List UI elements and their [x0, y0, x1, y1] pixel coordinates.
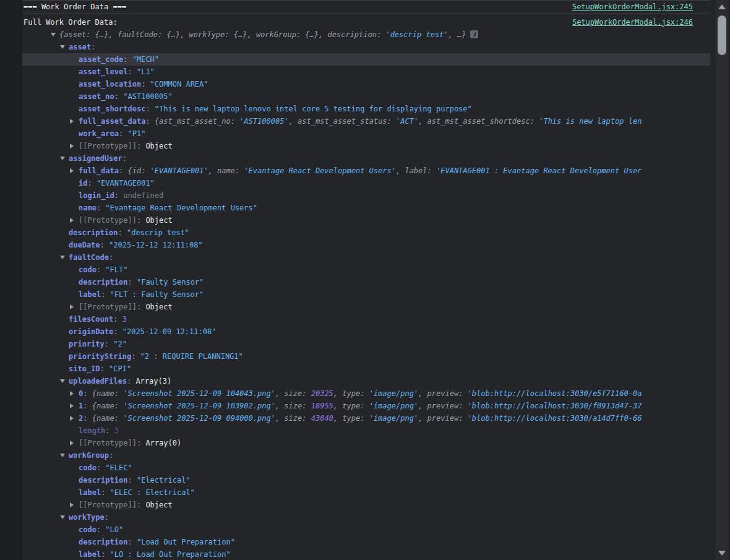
expander[interactable] [60, 449, 69, 462]
tree-row[interactable]: length: 3 [22, 424, 710, 437]
expander[interactable] [70, 115, 79, 127]
tree-row[interactable]: full_asset_data: {ast_mst_asset_no: 'AST… [22, 115, 710, 127]
tree-row[interactable]: description: "Load Out Preparation" [22, 536, 710, 548]
preview-string: 'EVANTAGE001' [150, 166, 208, 175]
tree-row[interactable]: asset_level: "L1" [22, 66, 710, 78]
expander[interactable] [60, 375, 69, 387]
source-link[interactable]: SetupWorkOrderModal.jsx:245 [572, 1, 693, 13]
tree-row[interactable]: originDate: "2025-12-09 12:11:08" [22, 325, 710, 338]
punctuation: : [127, 67, 136, 76]
expander[interactable] [70, 400, 79, 412]
tree-row[interactable]: priority: "2" [22, 338, 710, 350]
triangle-right-icon[interactable] [70, 502, 74, 507]
tree-row[interactable]: code: "ELEC" [22, 462, 710, 474]
expander[interactable] [70, 165, 79, 177]
info-icon[interactable]: i [470, 30, 478, 38]
tree-row[interactable]: {asset: {…}, faultCode: {…}, workType: {… [22, 28, 710, 41]
expander[interactable] [51, 28, 59, 41]
tree-row[interactable]: [[Prototype]]: Object [22, 140, 710, 152]
tree-row[interactable]: label: "ELEC : Electrical" [22, 486, 710, 499]
tree-row[interactable]: asset_code: "MECH" [22, 53, 710, 66]
triangle-right-icon[interactable] [70, 441, 74, 446]
tree-row[interactable]: 0: {name: 'Screenshot 2025-12-09 104043.… [22, 387, 710, 400]
expander[interactable] [60, 152, 69, 165]
triangle-right-icon[interactable] [70, 403, 74, 408]
tree-row[interactable]: description: "Faulty Sensor" [22, 276, 710, 288]
triangle-down-icon[interactable] [60, 379, 65, 383]
tree-row[interactable]: filesCount: 3 [22, 313, 710, 325]
tree-row[interactable]: label: "LO : Load Out Preparation" [22, 548, 710, 560]
source-link[interactable]: SetupWorkOrderModal.jsx:246 [572, 16, 693, 28]
scroll-up-icon[interactable] [718, 4, 726, 9]
expander[interactable] [60, 511, 69, 523]
triangle-right-icon[interactable] [70, 304, 74, 309]
triangle-down-icon[interactable] [60, 454, 65, 457]
tree-row[interactable]: [[Prototype]]: Object [22, 214, 710, 226]
tree-row[interactable]: asset_location: "COMMON AREA" [22, 78, 710, 90]
expander[interactable] [60, 251, 69, 264]
scrollbar[interactable] [710, 0, 730, 560]
object-value: Object [145, 142, 172, 150]
triangle-down-icon[interactable] [60, 157, 65, 160]
tree-row[interactable]: asset_shortdesc: "This is new laptop len… [22, 103, 710, 115]
tree-row[interactable]: uploadedFiles: Array(3) [22, 375, 710, 387]
triangle-right-icon[interactable] [70, 119, 74, 124]
tree-row[interactable]: full_data: {id: 'EVANTAGE001', name: 'Ev… [22, 165, 710, 177]
tree-row[interactable]: priorityString: "2 : REQUIRE PLANNING1" [22, 350, 710, 363]
console-entry[interactable]: Full Work Order Data: SetupWorkOrderModa… [22, 14, 710, 28]
tree-row[interactable]: site_ID: "CPI" [22, 363, 710, 375]
tree-row[interactable]: asset: [22, 41, 710, 53]
console-entry[interactable]: === Work Order Data === SetupWorkOrderMo… [22, 1, 710, 14]
tree-row[interactable]: login_id: undefined [22, 189, 710, 202]
scrollbar-track[interactable] [716, 0, 728, 560]
expander[interactable] [70, 437, 79, 449]
tree-row[interactable]: 1: {name: 'Screenshot 2025-12-09 103902.… [22, 400, 710, 412]
tree-row[interactable]: [[Prototype]]: Array(0) [22, 437, 710, 449]
punctuation: : [101, 290, 110, 299]
property-key: asset_location [79, 80, 141, 88]
expander[interactable] [70, 499, 79, 511]
punctuation: : [83, 414, 92, 423]
triangle-right-icon[interactable] [70, 416, 74, 421]
prototype-key: [[Prototype]] [79, 216, 137, 225]
object-preview: {name: [92, 414, 124, 423]
tree-row[interactable]: asset_no: "AST100005" [22, 90, 710, 103]
triangle-down-icon[interactable] [51, 33, 56, 37]
punctuation: : [119, 129, 127, 138]
tree-row[interactable]: label: "FLT : Faulty Sensor" [22, 288, 710, 301]
triangle-down-icon[interactable] [60, 45, 65, 49]
tree-row[interactable]: 2: {name: 'Screenshot 2025-12-09 094000.… [22, 412, 710, 424]
triangle-right-icon[interactable] [70, 144, 74, 149]
scroll-down-icon[interactable] [718, 551, 726, 556]
tree-row[interactable]: workType: [22, 511, 710, 523]
tree-row[interactable]: faultCode: [22, 251, 710, 264]
tree-row[interactable]: code: "FLT" [22, 264, 710, 276]
expander[interactable] [70, 214, 79, 226]
tree-row[interactable]: dueDate: "2025-12-12 12:11:08" [22, 239, 710, 251]
triangle-right-icon[interactable] [70, 218, 74, 223]
tree-row[interactable]: assignedUser: [22, 152, 710, 165]
expander[interactable] [70, 301, 79, 313]
triangle-down-icon[interactable] [60, 256, 65, 259]
triangle-right-icon[interactable] [70, 168, 74, 173]
tree-row[interactable]: code: "LO" [22, 523, 710, 536]
tree-row[interactable]: workGroup: [22, 449, 710, 462]
tree-row[interactable]: name: "Evantage React Development Users" [22, 202, 710, 214]
object-preview: , type: [333, 389, 369, 398]
tree-row[interactable]: work_area: "P1" [22, 127, 710, 140]
object-value: Object [145, 303, 172, 311]
tree-row[interactable]: id: "EVANTAGE001" [22, 177, 710, 189]
tree-row[interactable]: description: "descrip test" [22, 226, 710, 239]
property-key: asset_level [79, 67, 127, 76]
expander[interactable] [60, 41, 69, 53]
triangle-down-icon[interactable] [60, 515, 65, 519]
expander[interactable] [70, 387, 79, 400]
tree-row[interactable]: [[Prototype]]: Object [22, 301, 710, 313]
expander[interactable] [70, 140, 79, 152]
expander[interactable] [70, 412, 79, 424]
tree-row[interactable]: description: "Electrical" [22, 474, 710, 486]
tree-row[interactable]: [[Prototype]]: Object [22, 499, 710, 511]
scrollbar-thumb[interactable] [718, 15, 726, 55]
triangle-right-icon[interactable] [70, 391, 74, 396]
string-value: "2025-12-12 12:11:08" [109, 241, 203, 249]
